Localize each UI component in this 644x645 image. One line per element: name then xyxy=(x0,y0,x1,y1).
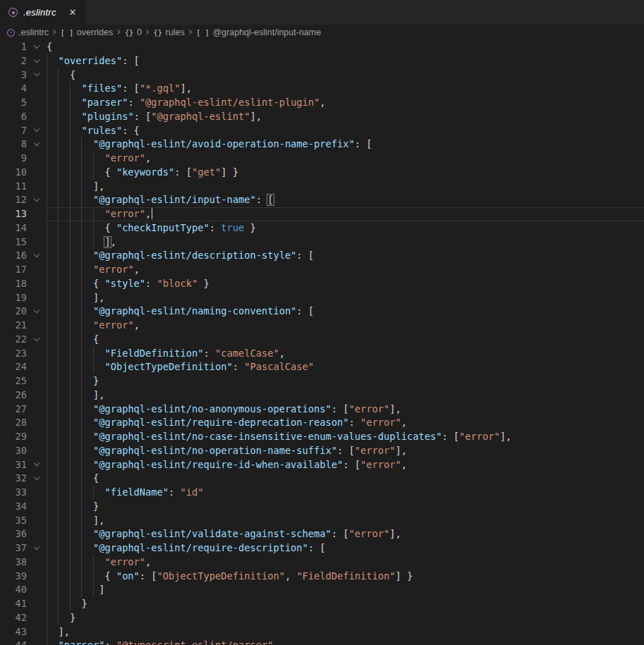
fold-chevron-icon[interactable] xyxy=(27,40,47,54)
fold-spacer xyxy=(27,180,47,194)
breadcrumb-item--graphql-eslint-input-name[interactable]: [ ]@graphql-eslint/input-name xyxy=(196,27,321,37)
tab-bar: .eslintrc ✕ xyxy=(0,0,644,25)
token: "@graphql-eslint/require-id-when-availab… xyxy=(93,459,343,470)
code-line: 34 } xyxy=(0,500,644,514)
line-number: 4 xyxy=(0,82,27,96)
fold-chevron-icon[interactable] xyxy=(27,458,47,472)
code-content[interactable]: "@graphql-eslint/no-case-insensitive-enu… xyxy=(47,430,644,444)
tab-eslintrc[interactable]: .eslintrc ✕ xyxy=(0,0,85,25)
code-content[interactable]: { "style": "block" } xyxy=(47,277,644,291)
code-content[interactable]: ], xyxy=(47,388,644,403)
token: "style" xyxy=(104,278,145,289)
fold-spacer xyxy=(27,430,47,444)
fold-spacer xyxy=(27,96,47,110)
line-number: 1 xyxy=(0,40,27,54)
line-number: 25 xyxy=(0,374,27,388)
code-content[interactable]: } xyxy=(47,500,644,514)
code-content[interactable]: ], xyxy=(47,514,644,528)
code-content[interactable]: "@graphql-eslint/require-deprecation-rea… xyxy=(47,416,644,430)
token: "@typescript-eslint/parser" xyxy=(116,639,274,645)
fold-chevron-icon[interactable] xyxy=(27,249,47,263)
fold-chevron-icon[interactable] xyxy=(27,305,47,319)
token: "error" xyxy=(104,556,145,567)
code-content[interactable]: } xyxy=(47,597,644,611)
code-content[interactable]: "@graphql-eslint/require-description": [ xyxy=(47,541,644,555)
breadcrumb-separator-icon: › xyxy=(116,26,121,37)
code-line: 9 "error", xyxy=(0,152,644,166)
code-content[interactable]: { xyxy=(47,40,644,54)
line-number: 23 xyxy=(0,347,27,361)
code-content[interactable]: "overrides": [ xyxy=(47,54,644,68)
fold-chevron-icon[interactable] xyxy=(27,137,47,152)
token: ], xyxy=(181,82,192,94)
breadcrumb-item-0[interactable]: {}0 xyxy=(125,27,142,37)
fold-chevron-icon[interactable] xyxy=(27,54,47,68)
code-content[interactable]: "files": ["*.gql"], xyxy=(47,82,644,96)
code-text: "error", xyxy=(47,208,152,219)
fold-chevron-icon[interactable] xyxy=(27,193,47,207)
token: "checkInputType" xyxy=(116,222,209,233)
breadcrumb-item-rules[interactable]: {}rules xyxy=(153,27,184,37)
code-content[interactable]: { "on": ["ObjectTypeDefinition", "FieldD… xyxy=(47,570,644,584)
code-content[interactable]: ] xyxy=(47,583,644,597)
code-content[interactable]: "error", xyxy=(47,263,644,277)
close-icon[interactable]: ✕ xyxy=(69,8,77,17)
code-content[interactable]: { xyxy=(47,333,644,347)
code-content[interactable]: { "keywords": ["get"] } xyxy=(47,166,644,180)
breadcrumb-item-overrides[interactable]: [ ]overrides xyxy=(60,27,113,37)
code-content[interactable]: "error", xyxy=(47,555,644,570)
code-content[interactable]: ], xyxy=(47,625,644,639)
code-content[interactable]: "fieldName": "id" xyxy=(47,486,644,500)
code-content[interactable]: "@graphql-eslint/input-name": [ xyxy=(47,193,644,207)
code-content[interactable]: { xyxy=(47,472,644,486)
fold-spacer xyxy=(27,486,47,500)
code-content[interactable]: "ObjectTypeDefinition": "PascalCase" xyxy=(47,360,644,374)
token: { xyxy=(93,278,104,289)
code-content[interactable]: "@graphql-eslint/no-anonymous-operations… xyxy=(47,403,644,417)
fold-chevron-icon[interactable] xyxy=(27,68,47,82)
code-text: ], xyxy=(47,180,104,192)
breadcrumb-label: 0 xyxy=(137,27,142,37)
breadcrumb-item--eslintrc[interactable]: .eslintrc xyxy=(7,27,49,37)
code-content[interactable]: ], xyxy=(47,291,644,305)
code-content[interactable]: "parser": "@graphql-eslint/eslint-plugin… xyxy=(47,96,644,110)
code-content[interactable]: ], xyxy=(47,180,644,194)
code-text: "overrides": [ xyxy=(47,55,140,66)
token: ], xyxy=(500,431,511,442)
code-content[interactable]: "plugins": ["@graphql-eslint"], xyxy=(47,110,644,124)
code-content[interactable]: "error", xyxy=(47,152,644,166)
code-line: 25 } xyxy=(0,374,644,388)
code-content[interactable]: "FieldDefinition": "camelCase", xyxy=(47,347,644,361)
code-content[interactable]: ], xyxy=(47,235,644,250)
code-content[interactable]: "@graphql-eslint/naming-convention": [ xyxy=(47,305,644,319)
code-text: { xyxy=(47,69,75,80)
code-content[interactable]: "@graphql-eslint/no-operation-name-suffi… xyxy=(47,444,644,458)
token: ] xyxy=(99,584,104,595)
code-line: 19 ], xyxy=(0,291,644,305)
code-content[interactable]: "rules": { xyxy=(47,124,644,138)
code-content[interactable]: } xyxy=(47,374,644,388)
code-line: 12 "@graphql-eslint/input-name": [ xyxy=(0,193,644,207)
bracket-match: ] xyxy=(104,236,110,247)
code-content[interactable]: "error", xyxy=(47,319,644,333)
code-content[interactable]: { xyxy=(47,68,644,82)
fold-chevron-icon[interactable] xyxy=(27,472,47,486)
fold-chevron-icon[interactable] xyxy=(27,333,47,347)
code-content[interactable]: "error", xyxy=(47,207,644,221)
token: "plugins" xyxy=(81,111,133,122)
fold-chevron-icon[interactable] xyxy=(27,541,47,555)
line-number: 12 xyxy=(0,193,27,207)
code-content[interactable]: "parser": "@typescript-eslint/parser" xyxy=(47,639,644,645)
eslint-icon xyxy=(7,29,15,37)
code-content[interactable]: "@graphql-eslint/require-id-when-availab… xyxy=(47,458,644,472)
code-content[interactable]: "@graphql-eslint/description-style": [ xyxy=(47,249,644,263)
line-number: 8 xyxy=(0,137,27,152)
code-content[interactable]: { "checkInputType": true } xyxy=(47,221,644,235)
code-content[interactable]: "@graphql-eslint/validate-against-schema… xyxy=(47,527,644,541)
code-text: ], xyxy=(47,515,104,526)
code-text: } xyxy=(47,612,75,623)
code-content[interactable]: } xyxy=(47,611,644,625)
fold-chevron-icon[interactable] xyxy=(27,124,47,138)
token: ], xyxy=(389,403,401,414)
code-content[interactable]: "@graphql-eslint/avoid-operation-name-pr… xyxy=(47,137,644,152)
